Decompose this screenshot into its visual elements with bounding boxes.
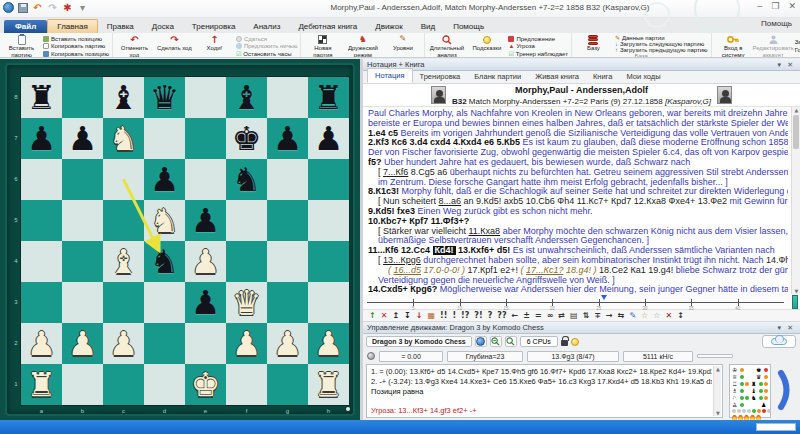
notation-line[interactable]: [ 7...Кf6 8.Сg5 a6 überhaupt nichts zu b…	[368, 168, 788, 178]
login-button[interactable]: Вход в систему	[715, 34, 752, 58]
copy-game-item[interactable]: Копировать партию	[43, 43, 109, 49]
engine-bulb-icon[interactable]	[571, 338, 579, 346]
square-b5[interactable]	[62, 200, 103, 241]
square-b7[interactable]	[62, 118, 103, 159]
make-move-button[interactable]: ↷ Сделать ход	[156, 34, 193, 58]
new-game-button[interactable]: Новая партия	[304, 34, 341, 58]
pane-close-icon[interactable]: ✕	[784, 61, 796, 69]
expand-chevron-button[interactable]	[775, 368, 796, 412]
square-h4[interactable]	[308, 241, 349, 282]
ribbon-tab-Тренировка[interactable]: Тренировка	[183, 20, 245, 33]
square-d1[interactable]	[144, 364, 185, 405]
database-button[interactable]: Базу	[575, 34, 612, 53]
game-timeline[interactable]: 510152025303540	[363, 294, 800, 310]
square-e6[interactable]	[185, 159, 226, 200]
stop-clock-item[interactable]: ☑ Остановить часы	[236, 51, 298, 57]
pane-dropdown-icon[interactable]: ▾	[775, 61, 785, 69]
maximize-button[interactable]: ❐	[771, 1, 779, 11]
annotation-symbol-button[interactable]: ✎	[629, 311, 636, 321]
square-a7[interactable]	[21, 118, 62, 159]
notation-line[interactable]: übermäßige Selbstvertrauen verschafft An…	[368, 236, 788, 246]
cloud-engine-button[interactable]	[762, 335, 796, 348]
ribbon-tab-Движок[interactable]: Движок	[366, 20, 411, 33]
square-b2[interactable]	[62, 323, 103, 364]
square-h6[interactable]	[308, 159, 349, 200]
square-e4[interactable]	[185, 241, 226, 282]
square-e3[interactable]	[185, 282, 226, 323]
square-b8[interactable]	[62, 77, 103, 118]
square-e5[interactable]	[185, 200, 226, 241]
timeline-scroll-thumb[interactable]	[792, 295, 798, 309]
minimize-button[interactable]: –	[757, 1, 762, 11]
close-button[interactable]: ✕	[788, 1, 796, 11]
square-d6[interactable]	[144, 159, 185, 200]
square-e8[interactable]	[185, 77, 226, 118]
scroll-up-icon[interactable]: ▲	[792, 107, 800, 113]
threat-item[interactable]: ▲ Угроза	[508, 43, 567, 49]
annotation-symbol-button[interactable]: ▦	[428, 311, 436, 321]
square-f2[interactable]	[226, 323, 267, 364]
square-f5[interactable]	[226, 200, 267, 241]
annotation-symbol-button[interactable]: ↓	[416, 311, 423, 321]
square-d2[interactable]	[144, 323, 185, 364]
deep-analysis-button[interactable]: Длительный анализ	[428, 34, 465, 58]
square-g1[interactable]	[267, 364, 308, 405]
annotation-symbol-button[interactable]: ☆	[653, 311, 660, 321]
square-g6[interactable]	[267, 159, 308, 200]
notation-tab-Живая книга[interactable]: Живая книга	[528, 70, 586, 83]
pane-close-icon[interactable]: ✕	[784, 324, 796, 332]
square-g3[interactable]	[267, 282, 308, 323]
help-link[interactable]: Помощь	[761, 19, 792, 28]
square-h5[interactable]	[308, 200, 349, 241]
annotation-symbol-button[interactable]: ⇄	[558, 311, 565, 321]
annotation-symbol-button[interactable]: !!	[440, 311, 447, 321]
trainer-watch-item[interactable]: ☑ Тренер наблюдает	[508, 51, 567, 57]
square-f6[interactable]	[226, 159, 267, 200]
notation-tab-Нотация[interactable]: Нотация	[367, 68, 413, 83]
square-c8[interactable]	[103, 77, 144, 118]
square-g8[interactable]	[267, 77, 308, 118]
square-b1[interactable]	[62, 364, 103, 405]
square-h7[interactable]	[308, 118, 349, 159]
annotation-symbol-button[interactable]: ±	[523, 311, 530, 321]
square-e1[interactable]	[185, 364, 226, 405]
square-a3[interactable]	[21, 282, 62, 323]
annotation-symbol-button[interactable]: ✕	[665, 311, 672, 321]
square-f7[interactable]	[226, 118, 267, 159]
notation-line[interactable]: [ Nun scheitert 8...a6 an 9.Кd5! axb5 10…	[368, 197, 788, 207]
square-c3[interactable]	[103, 282, 144, 323]
notation-scrollbar[interactable]: ▲ ▼	[791, 107, 800, 294]
copy-position-item[interactable]: Копировать позицию	[43, 51, 109, 57]
undo-icon[interactable]: ↶	[32, 2, 43, 13]
notation-line[interactable]: 10.Кbc7+ Крf7 11.Фf3+?	[368, 217, 788, 227]
ribbon-tab-Правка[interactable]: Правка	[98, 20, 143, 33]
ribbon-tab-Доска[interactable]: Доска	[143, 20, 183, 33]
scroll-thumb[interactable]	[793, 115, 799, 149]
annotation-symbol-button[interactable]: !	[452, 311, 456, 321]
annotation-symbol-button[interactable]: ??	[497, 311, 506, 321]
notation-tab-Тренировка[interactable]: Тренировка	[413, 70, 468, 83]
square-c4[interactable]	[103, 241, 144, 282]
annotation-symbol-button[interactable]: ↑	[369, 311, 376, 321]
engine-line[interactable]: 1. = (0.00): 13.Кf6+ d5 14.Сxd5+ Крe7 15…	[371, 367, 712, 377]
square-a8[interactable]	[21, 77, 62, 118]
square-a4[interactable]	[21, 241, 62, 282]
paste-game-button[interactable]: Вставить партию	[3, 34, 40, 58]
square-c7[interactable]	[103, 118, 144, 159]
square-c1[interactable]	[103, 364, 144, 405]
square-g5[interactable]	[267, 200, 308, 241]
qat-dropdown-icon[interactable]: ▾	[77, 2, 88, 13]
engine-name-button[interactable]: Dragon 3 by Komodo Chess	[366, 336, 472, 347]
paste-position-item[interactable]: Вставить позицию	[43, 36, 109, 42]
square-e7[interactable]	[185, 118, 226, 159]
square-d4[interactable]	[144, 241, 185, 282]
annotation-symbol-button[interactable]: →	[606, 311, 613, 321]
square-a6[interactable]	[21, 159, 62, 200]
square-d7[interactable]	[144, 118, 185, 159]
record-icon[interactable]: ✱	[62, 2, 73, 13]
annotation-symbol-button[interactable]: ▤	[570, 311, 578, 321]
undo-move-button[interactable]: ↶ Отменить ход	[116, 34, 153, 58]
square-f4[interactable]	[226, 241, 267, 282]
square-a2[interactable]	[21, 323, 62, 364]
ribbon-tab-Вид[interactable]: Вид	[412, 20, 444, 33]
